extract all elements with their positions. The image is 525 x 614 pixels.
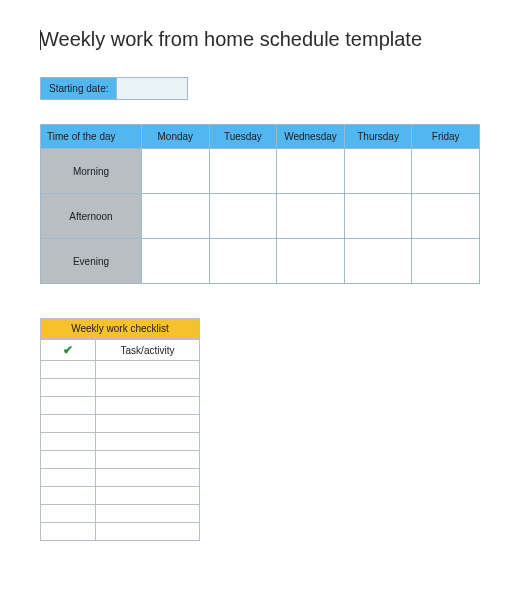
checklist-task-header: Task/activity bbox=[96, 340, 200, 361]
checklist-task-cell[interactable] bbox=[96, 361, 200, 379]
schedule-cell[interactable] bbox=[344, 149, 412, 194]
checklist-task-cell[interactable] bbox=[96, 415, 200, 433]
schedule-row: Afternoon bbox=[41, 194, 480, 239]
checklist-task-cell[interactable] bbox=[96, 433, 200, 451]
schedule-cell[interactable] bbox=[209, 149, 277, 194]
checklist-row bbox=[41, 505, 200, 523]
schedule-day-header: Tuesday bbox=[209, 125, 277, 149]
checklist-row bbox=[41, 361, 200, 379]
checklist-done-cell[interactable] bbox=[41, 415, 96, 433]
checklist-task-cell[interactable] bbox=[96, 469, 200, 487]
checklist-row bbox=[41, 487, 200, 505]
checklist-row bbox=[41, 469, 200, 487]
schedule-cell[interactable] bbox=[142, 149, 210, 194]
schedule-cell[interactable] bbox=[142, 194, 210, 239]
checklist-task-cell[interactable] bbox=[96, 397, 200, 415]
checklist-task-cell[interactable] bbox=[96, 379, 200, 397]
schedule-cell[interactable] bbox=[344, 239, 412, 284]
checklist-title: Weekly work checklist bbox=[40, 318, 200, 339]
schedule-time-header: Time of the day bbox=[41, 125, 142, 149]
schedule-time-label: Afternoon bbox=[41, 194, 142, 239]
checklist-table: ✔ Task/activity bbox=[40, 339, 200, 541]
schedule-time-label: Evening bbox=[41, 239, 142, 284]
starting-date-label: Starting date: bbox=[40, 77, 117, 100]
page-title: Weekly work from home schedule template bbox=[40, 28, 485, 51]
checklist-done-cell[interactable] bbox=[41, 397, 96, 415]
starting-date-input[interactable] bbox=[117, 77, 188, 100]
checklist-row bbox=[41, 433, 200, 451]
checklist-done-cell[interactable] bbox=[41, 379, 96, 397]
checklist-check-header: ✔ bbox=[41, 340, 96, 361]
starting-date-row: Starting date: bbox=[40, 77, 485, 100]
checklist-row bbox=[41, 451, 200, 469]
schedule-cell[interactable] bbox=[209, 239, 277, 284]
schedule-cell[interactable] bbox=[412, 239, 480, 284]
schedule-cell[interactable] bbox=[142, 239, 210, 284]
schedule-day-header: Monday bbox=[142, 125, 210, 149]
checklist-row bbox=[41, 379, 200, 397]
schedule-cell[interactable] bbox=[412, 194, 480, 239]
schedule-cell[interactable] bbox=[344, 194, 412, 239]
checklist-done-cell[interactable] bbox=[41, 361, 96, 379]
schedule-cell[interactable] bbox=[277, 239, 345, 284]
schedule-cell[interactable] bbox=[277, 194, 345, 239]
checklist-task-cell[interactable] bbox=[96, 451, 200, 469]
schedule-cell[interactable] bbox=[209, 194, 277, 239]
schedule-day-header: Thursday bbox=[344, 125, 412, 149]
schedule-cell[interactable] bbox=[412, 149, 480, 194]
schedule-day-header: Friday bbox=[412, 125, 480, 149]
checklist-done-cell[interactable] bbox=[41, 505, 96, 523]
schedule-table: Time of the day Monday Tuesday Wednesday… bbox=[40, 124, 480, 284]
checklist-done-cell[interactable] bbox=[41, 433, 96, 451]
checklist-done-cell[interactable] bbox=[41, 523, 96, 541]
schedule-cell[interactable] bbox=[277, 149, 345, 194]
checklist-done-cell[interactable] bbox=[41, 487, 96, 505]
check-icon: ✔ bbox=[63, 343, 73, 357]
schedule-row: Evening bbox=[41, 239, 480, 284]
checklist-task-cell[interactable] bbox=[96, 505, 200, 523]
schedule-day-header: Wednesday bbox=[277, 125, 345, 149]
checklist-row bbox=[41, 397, 200, 415]
checklist-done-cell[interactable] bbox=[41, 469, 96, 487]
checklist-row bbox=[41, 523, 200, 541]
checklist-done-cell[interactable] bbox=[41, 451, 96, 469]
schedule-time-label: Morning bbox=[41, 149, 142, 194]
schedule-row: Morning bbox=[41, 149, 480, 194]
checklist-task-cell[interactable] bbox=[96, 487, 200, 505]
checklist-task-cell[interactable] bbox=[96, 523, 200, 541]
checklist-row bbox=[41, 415, 200, 433]
